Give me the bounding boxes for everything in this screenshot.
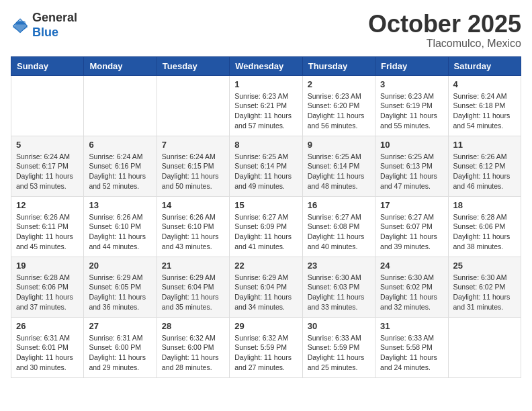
day-number: 13 [89,200,151,210]
day-number: 26 [16,321,79,331]
calendar-week-5: 26Sunrise: 6:31 AM Sunset: 6:01 PM Dayli… [11,317,521,377]
day-number: 27 [89,321,151,331]
day-info: Sunrise: 6:33 AM Sunset: 5:59 PM Dayligh… [308,333,370,373]
calendar-cell-w5-d2: 28Sunrise: 6:32 AM Sunset: 6:00 PM Dayli… [157,317,229,377]
day-info: Sunrise: 6:31 AM Sunset: 6:01 PM Dayligh… [16,333,79,373]
logo: General Blue [11,11,77,40]
header-thursday: Thursday [302,56,375,75]
calendar-cell-w1-d5: 3Sunrise: 6:23 AM Sunset: 6:19 PM Daylig… [375,75,448,136]
day-info: Sunrise: 6:24 AM Sunset: 6:16 PM Dayligh… [89,152,151,191]
calendar-cell-w3-d6: 18Sunrise: 6:28 AM Sunset: 6:06 PM Dayli… [448,196,521,257]
day-info: Sunrise: 6:29 AM Sunset: 6:05 PM Dayligh… [89,273,151,312]
day-number: 16 [308,200,370,210]
day-info: Sunrise: 6:32 AM Sunset: 6:00 PM Dayligh… [162,333,224,373]
day-info: Sunrise: 6:23 AM Sunset: 6:19 PM Dayligh… [380,91,443,131]
day-info: Sunrise: 6:26 AM Sunset: 6:10 PM Dayligh… [89,212,151,252]
day-number: 8 [234,140,297,150]
calendar-table: Sunday Monday Tuesday Wednesday Thursday… [11,56,521,378]
day-number: 24 [380,261,443,271]
header-wednesday: Wednesday [230,56,302,75]
day-number: 7 [162,140,224,150]
day-info: Sunrise: 6:29 AM Sunset: 6:04 PM Dayligh… [234,273,297,312]
calendar-cell-w2-d1: 6Sunrise: 6:24 AM Sunset: 6:16 PM Daylig… [84,136,157,196]
calendar-header-row: Sunday Monday Tuesday Wednesday Thursday… [11,56,521,75]
calendar-cell-w4-d3: 22Sunrise: 6:29 AM Sunset: 6:04 PM Dayli… [230,257,302,317]
day-info: Sunrise: 6:26 AM Sunset: 6:11 PM Dayligh… [16,212,79,252]
day-info: Sunrise: 6:25 AM Sunset: 6:14 PM Dayligh… [234,152,297,191]
day-info: Sunrise: 6:23 AM Sunset: 6:21 PM Dayligh… [234,91,297,131]
calendar-cell-w5-d4: 30Sunrise: 6:33 AM Sunset: 5:59 PM Dayli… [302,317,375,377]
day-info: Sunrise: 6:33 AM Sunset: 5:58 PM Dayligh… [380,333,443,373]
calendar-week-2: 5Sunrise: 6:24 AM Sunset: 6:17 PM Daylig… [11,136,521,196]
day-info: Sunrise: 6:31 AM Sunset: 6:00 PM Dayligh… [89,333,151,373]
day-info: Sunrise: 6:24 AM Sunset: 6:17 PM Dayligh… [16,152,79,191]
day-number: 6 [89,140,151,150]
calendar-cell-w1-d6: 4Sunrise: 6:24 AM Sunset: 6:18 PM Daylig… [448,75,521,136]
day-info: Sunrise: 6:25 AM Sunset: 6:13 PM Dayligh… [380,152,443,191]
day-info: Sunrise: 6:28 AM Sunset: 6:06 PM Dayligh… [16,273,79,312]
day-number: 5 [16,140,79,150]
calendar-cell-w5-d6 [448,317,521,377]
day-info: Sunrise: 6:27 AM Sunset: 6:07 PM Dayligh… [380,212,443,252]
calendar-cell-w2-d4: 9Sunrise: 6:25 AM Sunset: 6:14 PM Daylig… [302,136,375,196]
calendar-week-3: 12Sunrise: 6:26 AM Sunset: 6:11 PM Dayli… [11,196,521,257]
calendar-cell-w3-d2: 14Sunrise: 6:26 AM Sunset: 6:10 PM Dayli… [157,196,229,257]
day-number: 30 [308,321,370,331]
calendar-cell-w2-d5: 10Sunrise: 6:25 AM Sunset: 6:13 PM Dayli… [375,136,448,196]
calendar-cell-w3-d5: 17Sunrise: 6:27 AM Sunset: 6:07 PM Dayli… [375,196,448,257]
calendar-cell-w4-d2: 21Sunrise: 6:29 AM Sunset: 6:04 PM Dayli… [157,257,229,317]
header-friday: Friday [375,56,448,75]
calendar-cell-w5-d5: 31Sunrise: 6:33 AM Sunset: 5:58 PM Dayli… [375,317,448,377]
day-number: 12 [16,200,79,210]
day-info: Sunrise: 6:32 AM Sunset: 5:59 PM Dayligh… [234,333,297,373]
calendar-cell-w3-d3: 15Sunrise: 6:27 AM Sunset: 6:09 PM Dayli… [230,196,302,257]
calendar-cell-w3-d4: 16Sunrise: 6:27 AM Sunset: 6:08 PM Dayli… [302,196,375,257]
calendar-week-4: 19Sunrise: 6:28 AM Sunset: 6:06 PM Dayli… [11,257,521,317]
calendar-cell-w2-d2: 7Sunrise: 6:24 AM Sunset: 6:15 PM Daylig… [157,136,229,196]
calendar-cell-w2-d6: 11Sunrise: 6:26 AM Sunset: 6:12 PM Dayli… [448,136,521,196]
calendar-cell-w1-d1 [84,75,157,136]
day-number: 29 [234,321,297,331]
day-number: 11 [453,140,516,150]
day-number: 9 [308,140,370,150]
day-number: 31 [380,321,443,331]
day-info: Sunrise: 6:30 AM Sunset: 6:02 PM Dayligh… [453,273,516,312]
day-number: 2 [308,79,370,89]
day-number: 14 [162,200,224,210]
day-number: 23 [308,261,370,271]
day-number: 21 [162,261,224,271]
title-block: October 2025 Tlacomulco, Mexico [368,11,521,50]
day-number: 22 [234,261,297,271]
calendar-cell-w1-d2 [157,75,229,136]
day-number: 18 [453,200,516,210]
day-info: Sunrise: 6:27 AM Sunset: 6:08 PM Dayligh… [308,212,370,252]
day-info: Sunrise: 6:24 AM Sunset: 6:18 PM Dayligh… [453,91,516,131]
calendar-cell-w3-d0: 12Sunrise: 6:26 AM Sunset: 6:11 PM Dayli… [11,196,84,257]
page-header: General Blue October 2025 Tlacomulco, Me… [11,11,521,50]
calendar-cell-w1-d3: 1Sunrise: 6:23 AM Sunset: 6:21 PM Daylig… [230,75,302,136]
day-info: Sunrise: 6:26 AM Sunset: 6:12 PM Dayligh… [453,152,516,191]
month-title: October 2025 [368,11,521,38]
day-info: Sunrise: 6:30 AM Sunset: 6:03 PM Dayligh… [308,273,370,312]
day-info: Sunrise: 6:23 AM Sunset: 6:20 PM Dayligh… [308,91,370,131]
calendar-cell-w1-d4: 2Sunrise: 6:23 AM Sunset: 6:20 PM Daylig… [302,75,375,136]
logo-icon [11,16,30,35]
logo-blue-text: Blue [32,26,77,40]
day-info: Sunrise: 6:28 AM Sunset: 6:06 PM Dayligh… [453,212,516,252]
header-sunday: Sunday [11,56,84,75]
day-info: Sunrise: 6:25 AM Sunset: 6:14 PM Dayligh… [308,152,370,191]
header-monday: Monday [84,56,157,75]
day-number: 28 [162,321,224,331]
calendar-cell-w4-d6: 25Sunrise: 6:30 AM Sunset: 6:02 PM Dayli… [448,257,521,317]
day-number: 15 [234,200,297,210]
logo-general-text: General [32,11,77,26]
day-number: 19 [16,261,79,271]
header-tuesday: Tuesday [157,56,229,75]
header-saturday: Saturday [448,56,521,75]
day-info: Sunrise: 6:24 AM Sunset: 6:15 PM Dayligh… [162,152,224,191]
day-info: Sunrise: 6:29 AM Sunset: 6:04 PM Dayligh… [162,273,224,312]
calendar-cell-w5-d0: 26Sunrise: 6:31 AM Sunset: 6:01 PM Dayli… [11,317,84,377]
location-title: Tlacomulco, Mexico [368,38,521,50]
calendar-cell-w4-d5: 24Sunrise: 6:30 AM Sunset: 6:02 PM Dayli… [375,257,448,317]
day-number: 17 [380,200,443,210]
